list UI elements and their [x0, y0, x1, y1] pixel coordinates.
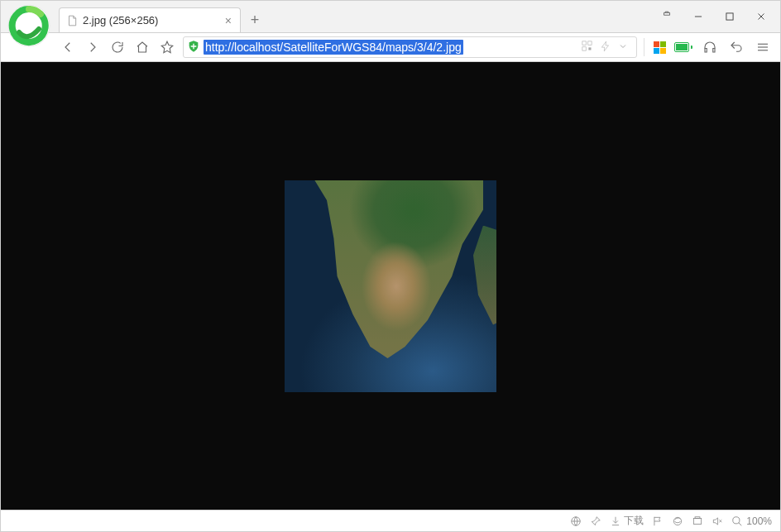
home-button[interactable] — [133, 38, 151, 56]
mute-icon[interactable] — [712, 515, 723, 527]
svg-rect-8 — [588, 47, 591, 50]
minimize-button[interactable] — [684, 5, 712, 28]
chevron-down-icon[interactable] — [618, 41, 628, 54]
toolbar: http://localhost/SatelliteForWGS84/maps/… — [1, 32, 780, 62]
zoom-control[interactable]: 100% — [731, 515, 772, 527]
svg-line-20 — [739, 522, 742, 525]
headphones-icon[interactable] — [701, 38, 719, 56]
microsoft-icon[interactable] — [653, 41, 666, 54]
extension-icons — [651, 38, 774, 56]
forward-button[interactable] — [84, 38, 102, 56]
reload-button[interactable] — [108, 38, 127, 56]
svg-rect-15 — [694, 518, 702, 524]
svg-rect-2 — [726, 13, 733, 20]
address-bar[interactable]: http://localhost/SatelliteForWGS84/maps/… — [183, 36, 637, 58]
undo-icon[interactable] — [727, 38, 745, 56]
close-tab-button[interactable]: × — [223, 14, 233, 27]
flag-icon[interactable] — [652, 515, 664, 527]
lightning-icon[interactable] — [600, 41, 611, 55]
maximize-button[interactable] — [716, 5, 744, 28]
url-text[interactable]: http://localhost/SatelliteForWGS84/maps/… — [204, 40, 463, 55]
svg-rect-5 — [582, 41, 586, 45]
browser-tab[interactable]: 2.jpg (256×256) × — [59, 7, 241, 32]
tab-title: 2.jpg (256×256) — [83, 14, 218, 26]
download-button[interactable]: 下载 — [610, 514, 644, 528]
new-tab-button[interactable]: + — [241, 7, 269, 32]
browser-logo[interactable] — [1, 1, 59, 62]
separator — [644, 38, 644, 56]
wardrobe-icon[interactable] — [653, 5, 681, 28]
battery-icon[interactable] — [674, 41, 692, 53]
back-button[interactable] — [59, 38, 77, 56]
title-bar: 2.jpg (256×256) × + — [1, 1, 780, 32]
file-icon — [66, 15, 78, 26]
globe-icon[interactable] — [570, 515, 582, 527]
image-tile[interactable] — [285, 180, 496, 392]
screenshot-icon[interactable] — [692, 515, 703, 527]
qr-icon[interactable] — [581, 40, 593, 55]
status-bar: 下载 100% — [1, 510, 780, 531]
svg-rect-6 — [588, 41, 592, 45]
content-viewport — [1, 62, 780, 510]
shield-icon — [187, 40, 200, 55]
close-window-button[interactable] — [747, 5, 775, 28]
download-label: 下载 — [624, 514, 644, 528]
menu-button[interactable] — [754, 38, 772, 56]
window-controls — [653, 1, 780, 32]
ie-compat-icon[interactable] — [672, 515, 683, 527]
favorite-button[interactable] — [158, 38, 176, 56]
svg-rect-16 — [695, 516, 700, 518]
svg-point-19 — [733, 516, 740, 523]
pin-icon[interactable] — [590, 515, 601, 527]
svg-rect-7 — [582, 47, 586, 50]
zoom-value: 100% — [746, 515, 772, 527]
